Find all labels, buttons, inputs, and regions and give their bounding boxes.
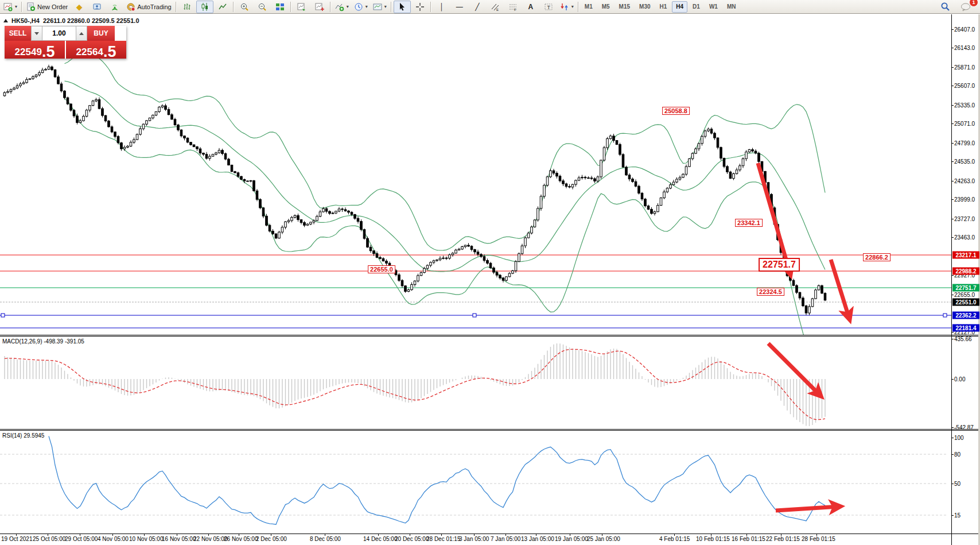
fibonacci-icon: F <box>508 2 518 11</box>
horizontal-line-tool-button[interactable]: — <box>451 1 468 13</box>
channel-tool-button[interactable]: E <box>487 1 504 13</box>
volume-increase-button[interactable] <box>76 26 87 41</box>
time-tick-mark <box>410 534 410 536</box>
sell-price[interactable]: 22549.5 <box>5 41 65 59</box>
time-axis-label: 3 Jan 05:00 <box>459 536 489 542</box>
indicators-button[interactable]: ▾ <box>333 1 351 13</box>
volume-decrease-button[interactable] <box>31 26 42 41</box>
price-annotation[interactable]: 23342.1 <box>735 219 763 227</box>
cursor-button[interactable] <box>394 1 411 13</box>
timeframe-button-W1[interactable]: W1 <box>705 1 722 13</box>
notifications-button[interactable]: 1 <box>957 1 974 13</box>
time-tick-mark <box>325 534 325 536</box>
time-axis-label: 25 Oct 05:00 <box>33 536 65 542</box>
tile-windows-button[interactable] <box>271 1 289 13</box>
time-tick-mark <box>816 534 817 536</box>
time-tick-mark <box>80 534 80 536</box>
red-arrow-annotation[interactable] <box>758 163 790 273</box>
price-tick-mark <box>951 86 954 86</box>
trendline-tool-button[interactable]: ╱ <box>469 1 486 13</box>
bar-chart-mode-button[interactable] <box>178 1 196 13</box>
time-tick-mark <box>208 534 209 536</box>
zoom-out-button[interactable] <box>254 1 271 13</box>
price-tick-mark <box>951 237 954 238</box>
timeframe-button-M1[interactable]: M1 <box>581 1 597 13</box>
text-label-icon: T <box>544 2 553 11</box>
red-arrow-annotation[interactable] <box>831 260 849 318</box>
time-axis-label: 16 Feb 01:15 <box>732 536 765 542</box>
macd-indicator-label: MACD(12,26,9) -498.39 -391.05 <box>2 338 84 345</box>
candles-series <box>3 65 826 315</box>
sell-button[interactable]: SELL <box>5 26 31 41</box>
arrows-tool-button[interactable]: ▾ <box>558 1 576 13</box>
timeframe-button-H1[interactable]: H1 <box>656 1 671 13</box>
line-chart-mode-button[interactable] <box>214 1 231 13</box>
notification-badge: 1 <box>969 0 978 7</box>
time-tick-mark <box>505 534 506 536</box>
line-handle[interactable] <box>943 314 947 317</box>
chart-shift-icon <box>315 2 324 11</box>
buy-price[interactable]: 22564.5 <box>66 41 126 59</box>
timeframe-button-H4[interactable]: H4 <box>672 1 687 13</box>
timeframe-button-M15[interactable]: M15 <box>615 1 634 13</box>
pane-separator[interactable] <box>0 335 980 335</box>
price-annotation[interactable]: 22655.0 <box>368 265 395 273</box>
price-badge: 23217.1 <box>952 252 979 259</box>
rsi-axis-label: 100 <box>954 435 964 441</box>
templates-button[interactable]: ▾ <box>371 1 389 13</box>
time-axis-label: 28 Feb 01:15 <box>802 536 835 542</box>
line-handle[interactable] <box>1 314 5 317</box>
red-arrow-annotation[interactable] <box>776 507 839 511</box>
timeframe-button-MN[interactable]: MN <box>723 1 740 13</box>
chevron-down-icon: ▾ <box>365 4 368 9</box>
price-annotation[interactable]: 22866.2 <box>863 253 890 261</box>
crosshair-button[interactable] <box>411 1 429 13</box>
toolbar-separator <box>233 2 234 12</box>
one-click-trading-panel: SELL BUY 22549.5 22564.5 <box>5 26 126 59</box>
time-tick-mark <box>112 534 113 536</box>
time-tick-mark <box>48 534 48 536</box>
zoom-in-button[interactable] <box>236 1 253 13</box>
time-tick-mark <box>570 534 570 536</box>
time-axis-label: 28 Dec 01:15 <box>426 536 461 542</box>
new-chart-button[interactable]: ▾ <box>1 1 20 13</box>
price-chart-pane[interactable] <box>0 14 951 335</box>
line-handle[interactable] <box>473 314 476 317</box>
time-axis-label: 2 Dec 05:00 <box>256 536 287 542</box>
volume-input[interactable] <box>42 26 76 41</box>
time-axis-label: 29 Oct 05:00 <box>65 536 98 542</box>
signals-button[interactable] <box>106 1 123 13</box>
search-button[interactable] <box>936 1 954 13</box>
toolbar-separator <box>578 2 579 12</box>
price-annotation[interactable]: 22324.5 <box>757 288 784 296</box>
price-annotation[interactable]: 25058.8 <box>662 107 690 115</box>
timeframe-button-D1[interactable]: D1 <box>689 1 704 13</box>
price-annotation[interactable]: 22751.7 <box>759 258 800 272</box>
indicators-icon <box>335 2 344 11</box>
text-tool-button[interactable]: A <box>522 1 539 13</box>
autotrading-button[interactable]: AutoTrading <box>124 1 174 13</box>
chart-shift-button[interactable] <box>311 1 328 13</box>
red-arrow-annotation[interactable] <box>768 343 820 395</box>
fibonacci-tool-button[interactable]: F <box>504 1 522 13</box>
collapse-trade-panel-icon[interactable] <box>3 19 8 22</box>
chevron-down-icon: ▾ <box>15 4 17 9</box>
svg-text:F: F <box>514 8 516 11</box>
pane-separator[interactable] <box>0 429 980 430</box>
new-order-button[interactable]: New Order <box>24 1 70 13</box>
rsi-pane[interactable] <box>0 431 951 533</box>
buy-button[interactable]: BUY <box>87 26 115 41</box>
candlestick-mode-button[interactable] <box>196 1 213 13</box>
timeframe-button-M30[interactable]: M30 <box>635 1 654 13</box>
price-tick-mark <box>951 295 954 295</box>
text-icon: A <box>528 3 533 10</box>
periods-button[interactable]: ▾ <box>352 1 370 13</box>
macd-pane[interactable] <box>0 337 951 428</box>
auto-scroll-button[interactable] <box>293 1 310 13</box>
timeframe-button-M5[interactable]: M5 <box>598 1 614 13</box>
metaeditor-button[interactable]: ◆ <box>71 1 88 13</box>
horizontal-level-lines[interactable] <box>0 255 951 328</box>
terminal-button[interactable] <box>88 1 106 13</box>
vertical-line-tool-button[interactable]: │ <box>433 1 450 13</box>
text-label-tool-button[interactable]: T <box>540 1 557 13</box>
